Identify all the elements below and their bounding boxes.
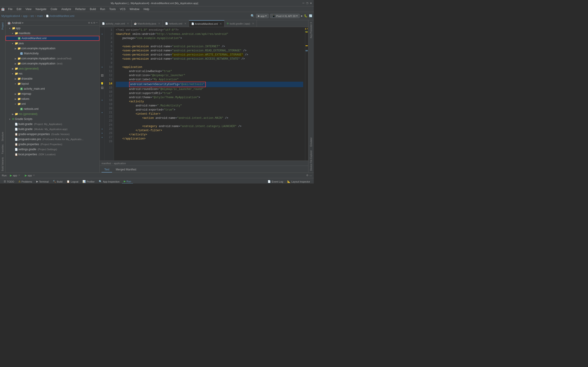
file-tree: ▾ 📁 app ▾ 📁 manifests ▶ A AndroidManifes… <box>6 26 99 173</box>
right-label-emulator[interactable]: Emulator <box>309 135 313 148</box>
bottom-tab-problems[interactable]: ⚠Problems <box>17 180 34 184</box>
tree-item-values[interactable]: ▶ 📁 values <box>6 96 99 101</box>
tree-item-gradle-properties[interactable]: ▶ 📋 gradle.properties (Project Propertie… <box>6 142 99 147</box>
right-label-key-promoter[interactable]: Key Promoter X <box>309 20 313 40</box>
close-button[interactable]: ✕ <box>310 1 312 5</box>
tree-item-activity-main[interactable]: ▶ X activity_main.xml <box>6 86 99 91</box>
bottom-tab-todo[interactable]: ☰TODO <box>2 180 16 184</box>
run-config-dropdown[interactable]: ▶ app ▾ <box>256 14 269 18</box>
toolbar: MyApplication4 › app › src › main › 📄 An… <box>0 12 314 20</box>
bottom-tab-event-log[interactable]: 📄Event Log <box>266 180 285 184</box>
tree-item-manifests[interactable]: ▾ 📁 manifests <box>6 31 99 36</box>
tab-activity-main[interactable]: 📄 activity_main.xml ✕ <box>100 20 132 27</box>
code-line-22: <action android:name="android.intent.act… <box>116 116 303 120</box>
bottom-tab-profiler[interactable]: 📊Profiler <box>81 180 96 184</box>
editor-scrollbar[interactable]: ▲3 ✓1 <box>305 27 308 161</box>
tab-build-gradle[interactable]: ⚙ build.gradle (:app) ✕ <box>225 20 257 27</box>
breadcrumb-file[interactable]: AndroidManifest.xml <box>49 15 74 18</box>
breadcrumb-app[interactable]: app <box>23 15 27 18</box>
tree-item-java[interactable]: ▾ 📁 java <box>6 41 99 46</box>
build-variants-icon[interactable]: Build Variants <box>1 156 4 173</box>
menu-item-build[interactable]: Build <box>88 7 98 11</box>
sync-button[interactable]: 🔄 <box>309 14 312 18</box>
code-line-7: <uses-permission android:name="android.p… <box>116 53 303 57</box>
bc-manifest[interactable]: manifest <box>102 162 111 165</box>
panel-settings-icon[interactable]: ⚙ <box>94 21 95 25</box>
left-sidebar-icons: Project Structure Favorites Build Varian… <box>0 20 6 173</box>
tree-item-proguard[interactable]: ▶ 📄 proguard-rules.pro (ProGuard Rules f… <box>6 137 99 142</box>
tab-nettools[interactable]: 📄 nettools.xml ✕ <box>163 20 189 27</box>
tree-item-layout[interactable]: ▾ 📁 layout <box>6 81 99 86</box>
tree-item-nettools[interactable]: ▶ X nettools.xml <box>6 106 99 111</box>
code-editor[interactable]: ▾ ▾ 🖼 💡 🖼 ▾ ▾ <box>100 27 308 161</box>
run-tab-2[interactable]: ▶ app ✕ <box>23 174 37 177</box>
panel-sync-icon[interactable]: ⚙ <box>88 21 90 25</box>
bottom-tab-logcat[interactable]: 📋Logcat <box>65 180 80 184</box>
tree-item-gradle-scripts[interactable]: ▾ ⚙ Gradle Scripts <box>6 117 99 122</box>
run-tab-1[interactable]: ▶ app ✕ <box>8 174 22 177</box>
bottom-tab-layout-inspector[interactable]: 📐Layout Inspector <box>285 180 312 184</box>
bc-application[interactable]: application <box>114 162 126 165</box>
breadcrumb-project[interactable]: MyApplication4 <box>1 15 20 18</box>
tree-item-local-properties[interactable]: ▶ 📋 local.properties (SDK Location) <box>6 152 99 157</box>
editor-area: 📄 activity_main.xml ✕ ☕ MainActivity.jav… <box>100 20 308 173</box>
tree-item-java-gen[interactable]: ▶ 📁 java (generated) <box>6 66 99 71</box>
device-dropdown[interactable]: 📱 Pixel 4 XL API 30 ▾ <box>270 14 300 18</box>
menu-item-file[interactable]: File <box>6 7 14 11</box>
panel-expand-icon[interactable]: ⇅ <box>91 21 92 25</box>
menu-item-vcs[interactable]: VCS <box>118 7 128 11</box>
tree-item-build-gradle-project[interactable]: ▶ 📄 build.gradle (Project: My_Applicatio… <box>6 122 99 127</box>
menu-item-edit[interactable]: Edit <box>15 7 23 11</box>
tree-item-xml[interactable]: ▾ 📁 xml <box>6 101 99 106</box>
favorites-icon[interactable]: Favorites <box>1 143 4 155</box>
run-settings-icon[interactable]: ⚙ <box>306 174 309 177</box>
project-icon[interactable]: Project <box>1 21 4 31</box>
tree-item-res-gen[interactable]: ▶ 📁 res (generated) <box>6 111 99 117</box>
menu-item-refactor[interactable]: Refactor <box>73 7 87 11</box>
code-line-17: android:theme="@style/Theme.MyApplicatio… <box>116 95 303 100</box>
tab-androidmanifest[interactable]: 📄 AndroidManifest.xml ✕ <box>189 20 225 27</box>
tree-item-mainactivity[interactable]: ▶ C MainActivity <box>6 51 99 56</box>
menu-item-code[interactable]: Code <box>49 7 59 11</box>
menu-item-tools[interactable]: Tools <box>107 7 118 11</box>
tree-item-build-gradle-module[interactable]: ▶ 📄 build.gradle (Module: My_Application… <box>6 127 99 132</box>
tree-item-pkg1[interactable]: ▶ 📁 com.example.myapplication <box>6 46 99 51</box>
editor-tab-merged[interactable]: Merged Manifest <box>113 167 139 173</box>
minimize-button[interactable]: — <box>303 1 304 5</box>
bottom-tab-app-inspection[interactable]: 🔍App Inspection <box>97 180 121 184</box>
tree-item-androidmanifest[interactable]: ▶ A AndroidManifest.xml <box>6 36 99 41</box>
tab-mainactivity[interactable]: ☕ MainActivity.java ✕ <box>132 20 163 27</box>
tree-item-settings-gradle[interactable]: ▶ 📄 settings.gradle (Project Settings) <box>6 147 99 152</box>
menu-item-analyze[interactable]: Analyze <box>60 7 73 11</box>
breadcrumb-src[interactable]: src <box>31 15 34 18</box>
debug-button[interactable]: 🐛 <box>304 14 308 18</box>
bottom-tab-run[interactable]: ▶Run <box>122 179 133 184</box>
tree-item-res[interactable]: ▾ 📁 res <box>6 71 99 76</box>
tree-item-mipmap[interactable]: ▶ 📁 mipmap <box>6 91 99 96</box>
run-button[interactable]: ▶ <box>301 14 303 18</box>
maximize-button[interactable]: ❐ <box>306 1 308 5</box>
tree-item-drawable[interactable]: ▶ 📁 drawable <box>6 76 99 81</box>
code-line-6: <uses-permission android:name="android.p… <box>116 49 303 53</box>
bottom-tab-build[interactable]: 🔨Build <box>51 180 64 184</box>
code-content[interactable]: <?xml version="1.0" encoding="utf-8"?> <… <box>114 27 305 161</box>
right-label-device-file[interactable]: Device File Explorer <box>309 148 313 173</box>
menu-item-window[interactable]: Window <box>128 7 141 11</box>
run-minimize-icon[interactable]: — <box>309 174 312 177</box>
code-line-25: </intent-filter> <box>116 128 303 133</box>
structure-icon[interactable]: Structure <box>1 131 4 143</box>
tree-item-pkg2[interactable]: ▶ 📁 com.example.myapplication (androidTe… <box>6 56 99 61</box>
breadcrumb-main[interactable]: main <box>37 15 43 18</box>
menu-item-run[interactable]: Run <box>98 7 107 11</box>
code-line-10: <application <box>116 65 303 69</box>
menu-item-help[interactable]: Help <box>142 7 151 11</box>
bottom-tab-terminal[interactable]: ▶Terminal <box>35 180 51 184</box>
menu-item-navigate[interactable]: Navigate <box>34 7 48 11</box>
menu-item-view[interactable]: View <box>24 7 33 11</box>
tree-item-app[interactable]: ▾ 📁 app <box>6 26 99 31</box>
editor-tab-text[interactable]: Text <box>102 167 112 173</box>
search-icon[interactable]: 🔍 <box>251 14 254 18</box>
tree-item-pkg3[interactable]: ▶ 📁 com.example.myapplication (test) <box>6 61 99 66</box>
tree-item-gradle-wrapper[interactable]: ▶ 📋 gradle-wrapper.properties (Gradle Ve… <box>6 132 99 137</box>
panel-minimize-icon[interactable]: — <box>96 21 98 25</box>
